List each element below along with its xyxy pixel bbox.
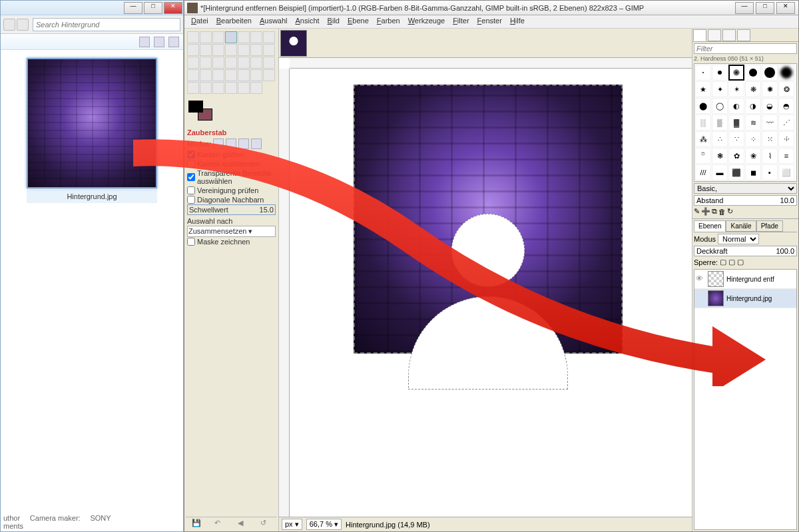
measure-tool-icon[interactable]	[225, 44, 237, 56]
clone-tool-icon[interactable]	[200, 82, 212, 94]
fuzzy-select-tool-icon[interactable]	[225, 31, 237, 43]
perspective-tool-icon[interactable]	[225, 57, 237, 69]
brush-item[interactable]	[762, 65, 778, 81]
text-tool-icon[interactable]	[187, 69, 199, 81]
dodge-tool-icon[interactable]	[250, 82, 262, 94]
mode-replace-icon[interactable]	[213, 138, 224, 149]
menu-fenster[interactable]: Fenster	[473, 15, 506, 28]
mode-subtract-icon[interactable]	[238, 138, 249, 149]
align-tool-icon[interactable]	[250, 44, 262, 56]
menu-filter[interactable]: Filter	[449, 15, 473, 28]
scale-tool-icon[interactable]	[200, 57, 212, 69]
scissors-tool-icon[interactable]	[250, 31, 262, 43]
brush-item[interactable]: ///	[695, 164, 711, 180]
visibility-icon[interactable]	[696, 294, 705, 303]
brush-item[interactable]: ◑	[745, 98, 761, 114]
brush-item[interactable]: ≋	[745, 115, 761, 131]
layer-item[interactable]: Hintergrund.jpg	[694, 289, 796, 308]
zoom-selector[interactable]: 66,7 % ▾	[306, 519, 342, 530]
menu-datei[interactable]: Datei	[187, 15, 212, 28]
sample-merged-checkbox[interactable]	[187, 186, 195, 194]
brush-item[interactable]	[695, 65, 711, 81]
gimp-close-button[interactable]: ✕	[776, 2, 795, 14]
ink-tool-icon[interactable]	[187, 82, 199, 94]
heal-tool-icon[interactable]	[212, 82, 224, 94]
move-tool-icon[interactable]	[238, 44, 250, 56]
gimp-minimize-button[interactable]: —	[735, 2, 754, 14]
close-button[interactable]: ✕	[164, 2, 182, 14]
image-tab[interactable]	[280, 30, 307, 57]
lock-alpha-icon[interactable]: ▢	[737, 258, 744, 266]
refresh-brush-icon[interactable]: ↻	[727, 207, 733, 216]
brush-preset-select[interactable]: Basic,	[694, 183, 797, 194]
brush-item[interactable]: ∵	[728, 131, 744, 147]
reset-options-icon[interactable]: ↺	[260, 519, 271, 529]
brush-item[interactable]: ◼	[745, 164, 761, 180]
duplicate-brush-icon[interactable]: ⧉	[712, 207, 717, 216]
tab-ebenen[interactable]: Ebenen	[694, 220, 726, 232]
brush-item[interactable]: ▬	[712, 164, 728, 180]
brush-item[interactable]: ⋰	[778, 115, 794, 131]
foreground-select-tool-icon[interactable]	[263, 31, 275, 43]
new-brush-icon[interactable]: ➕	[701, 207, 710, 216]
paths-tool-icon[interactable]	[187, 44, 199, 56]
menu-hilfe[interactable]: Hilfe	[506, 15, 529, 28]
history-tab-icon[interactable]	[737, 29, 750, 41]
brush-item[interactable]: ❂	[778, 81, 794, 97]
menu-bearbeiten[interactable]: Bearbeiten	[212, 15, 256, 28]
brush-item[interactable]: ◯	[712, 98, 728, 114]
help-icon[interactable]	[168, 37, 179, 47]
antialias-checkbox[interactable]	[187, 150, 195, 158]
lock-pixels-icon[interactable]: ▢	[720, 258, 726, 266]
file-thumbnail[interactable]: Hintergrund.jpg	[27, 58, 157, 203]
save-options-icon[interactable]: 💾	[192, 519, 202, 529]
visibility-icon[interactable]: 👁	[696, 274, 705, 284]
rect-select-tool-icon[interactable]	[187, 31, 199, 43]
ruler-horizontal[interactable]	[290, 58, 692, 69]
menu-ebene[interactable]: Ebene	[344, 15, 373, 28]
zoom-tool-icon[interactable]	[212, 44, 224, 56]
brush-item[interactable]: ▓	[728, 115, 744, 131]
brush-item[interactable]: ≡	[778, 148, 794, 164]
brush-item[interactable]: ⬛	[728, 164, 744, 180]
lock-position-icon[interactable]: ▢	[728, 258, 735, 266]
brush-item[interactable]: ★	[695, 81, 711, 97]
menu-bild[interactable]: Bild	[324, 15, 344, 28]
brush-item[interactable]: ꙳	[695, 148, 711, 164]
shear-tool-icon[interactable]	[212, 57, 224, 69]
crop-tool-icon[interactable]	[263, 44, 275, 56]
brush-item[interactable]: ❃	[712, 148, 728, 164]
mode-intersect-icon[interactable]	[251, 138, 262, 149]
feather-checkbox[interactable]	[187, 160, 195, 168]
fg-color-icon[interactable]	[188, 101, 203, 113]
brush-spacing-input[interactable]: Abstand10.0	[694, 195, 797, 206]
smudge-tool-icon[interactable]	[225, 82, 237, 94]
eraser-tool-icon[interactable]	[250, 69, 262, 81]
maximize-button[interactable]: □	[144, 2, 162, 14]
pencil-tool-icon[interactable]	[225, 69, 237, 81]
preview-icon[interactable]	[154, 37, 164, 47]
refresh-icon[interactable]	[17, 19, 29, 31]
brush-item[interactable]: ⸭	[778, 131, 794, 147]
delete-options-icon[interactable]: ◀	[238, 519, 248, 529]
brush-item[interactable]: ⬤	[695, 98, 711, 114]
edit-brush-icon[interactable]: ✎	[694, 207, 700, 216]
brush-item[interactable]: ✶	[728, 81, 744, 97]
brush-item[interactable]: ⁘	[745, 131, 761, 147]
brush-item[interactable]: ░	[695, 115, 711, 131]
blend-mode-select[interactable]: Normal	[718, 234, 759, 244]
canvas[interactable]	[290, 69, 692, 517]
restore-options-icon[interactable]: ↶	[214, 519, 225, 529]
airbrush-tool-icon[interactable]	[263, 69, 275, 81]
threshold-input[interactable]: Schwellwert15.0	[187, 204, 276, 215]
unit-selector[interactable]: px ▾	[282, 519, 302, 530]
bucket-fill-tool-icon[interactable]	[200, 69, 212, 81]
brush-item[interactable]: ⁂	[695, 131, 711, 147]
minimize-button[interactable]: —	[124, 2, 142, 14]
rotate-tool-icon[interactable]	[187, 57, 199, 69]
blur-tool-icon[interactable]	[238, 82, 250, 94]
warp-tool-icon[interactable]	[263, 57, 275, 69]
brush-item[interactable]: ▪	[762, 164, 778, 180]
color-select-tool-icon[interactable]	[238, 31, 250, 43]
layer-item[interactable]: 👁 Hintergrund entf	[694, 270, 796, 289]
